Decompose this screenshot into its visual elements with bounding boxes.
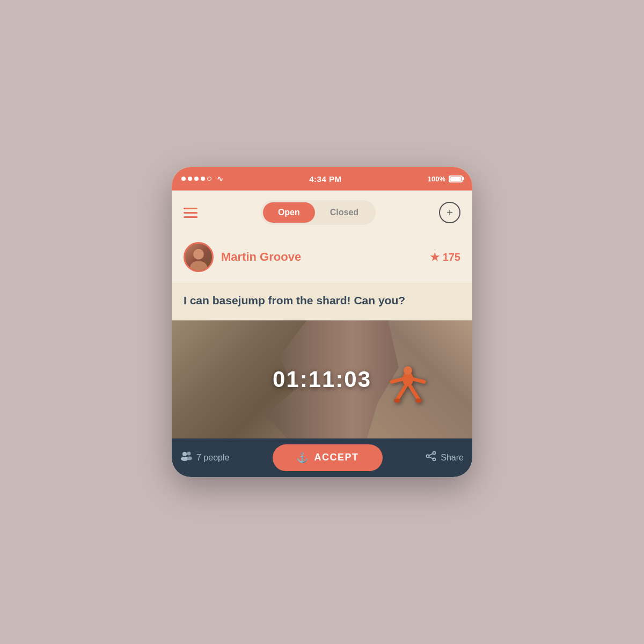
avatar — [184, 242, 214, 272]
share-svg — [426, 451, 436, 461]
top-nav: Open Closed + — [172, 191, 472, 235]
signal-dots — [181, 177, 211, 181]
hamburger-button[interactable] — [184, 208, 197, 218]
svg-line-18 — [429, 457, 433, 459]
skydiver-figure — [386, 363, 429, 418]
share-label: Share — [441, 453, 464, 463]
phone-frame: ∿ 4:34 PM 100% Open Closed — [172, 167, 472, 477]
svg-point-10 — [182, 452, 187, 456]
dot-3 — [194, 177, 199, 181]
svg-point-0 — [193, 249, 204, 260]
user-row: Martin Groove ★ 175 — [172, 235, 472, 283]
svg-point-15 — [433, 458, 436, 461]
skydiver-svg — [386, 363, 429, 411]
share-button[interactable]: Share — [426, 451, 464, 464]
accept-label: ACCEPT — [314, 452, 359, 463]
rating-display: ★ 175 — [430, 251, 460, 264]
battery-fill — [450, 177, 461, 181]
svg-line-17 — [429, 453, 433, 456]
status-bar: ∿ 4:34 PM 100% — [172, 167, 472, 191]
app-content: Open Closed + Martin Groove ★ 175 — [172, 191, 472, 477]
svg-point-3 — [404, 366, 412, 375]
status-left: ∿ — [181, 174, 223, 183]
anchor-icon: ⚓ — [296, 452, 309, 464]
svg-point-1 — [190, 261, 207, 272]
hamburger-line-1 — [184, 208, 197, 209]
dot-4 — [201, 177, 205, 181]
rating-value: 175 — [443, 251, 460, 264]
people-count: 7 people — [180, 451, 229, 464]
challenge-section: I can basejump from the shard! Can you? — [172, 283, 472, 320]
dot-5 — [207, 177, 211, 181]
svg-line-7 — [411, 386, 419, 399]
status-right: 100% — [428, 175, 463, 183]
svg-point-12 — [187, 452, 191, 456]
svg-point-14 — [433, 452, 436, 455]
hamburger-line-2 — [184, 212, 197, 214]
share-icon — [426, 451, 436, 464]
username: Martin Groove — [221, 250, 301, 264]
user-info: Martin Groove — [184, 242, 301, 272]
people-icon — [180, 451, 192, 464]
svg-line-5 — [413, 379, 424, 382]
star-icon: ★ — [430, 251, 440, 264]
toggle-closed-button[interactable]: Closed — [315, 202, 374, 223]
dot-1 — [181, 177, 186, 181]
battery-percent: 100% — [428, 175, 445, 183]
add-button[interactable]: + — [439, 202, 460, 223]
bottom-bar: 7 people ⚓ ACCEPT Share — [172, 438, 472, 477]
battery-body — [449, 175, 463, 182]
challenge-question: I can basejump from the shard! Can you? — [184, 293, 460, 308]
avatar-image — [185, 242, 212, 272]
svg-point-13 — [187, 457, 192, 460]
svg-point-8 — [394, 398, 400, 402]
challenge-image: 01:11:03 — [172, 320, 472, 438]
people-svg — [180, 451, 192, 461]
battery-icon — [449, 175, 463, 182]
svg-line-4 — [392, 379, 402, 382]
wifi-icon: ∿ — [217, 174, 223, 183]
dot-2 — [188, 177, 192, 181]
accept-button[interactable]: ⚓ ACCEPT — [273, 444, 383, 471]
svg-point-16 — [427, 455, 429, 458]
people-count-label: 7 people — [196, 453, 229, 463]
plus-icon: + — [447, 207, 453, 219]
timer-display: 01:11:03 — [273, 367, 371, 392]
hamburger-line-3 — [184, 216, 197, 218]
toggle-group: Open Closed — [261, 200, 376, 225]
toggle-open-button[interactable]: Open — [263, 202, 315, 223]
svg-point-9 — [415, 398, 422, 402]
status-time: 4:34 PM — [309, 174, 341, 184]
svg-line-6 — [397, 386, 405, 399]
